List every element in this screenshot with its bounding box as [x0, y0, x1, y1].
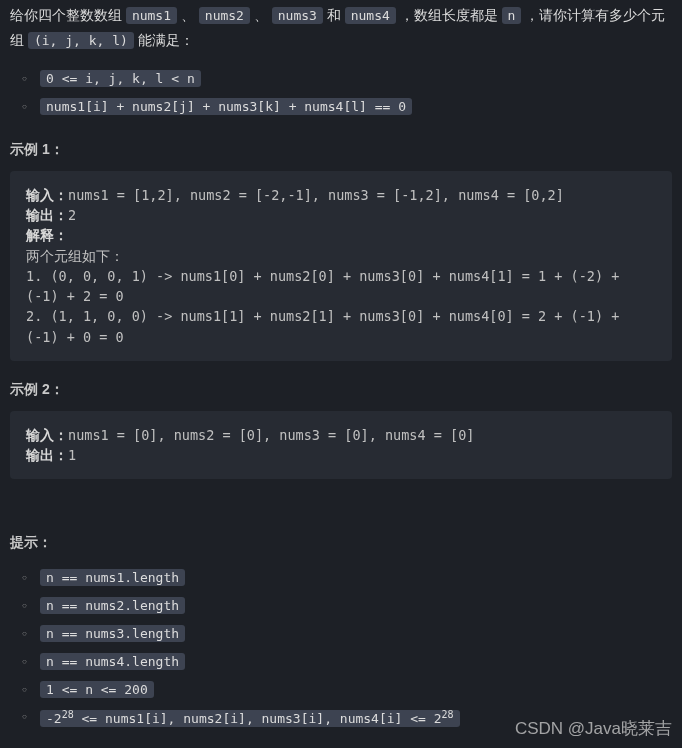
example1-title: 示例 1：: [10, 141, 672, 159]
code-nums2: nums2: [199, 7, 250, 24]
example2-block: 输入：nums1 = [0], nums2 = [0], nums3 = [0]…: [10, 411, 672, 480]
detail-line: 2. (1, 1, 0, 0) -> nums1[1] + nums2[1] +…: [26, 308, 619, 344]
output-value: 2: [68, 207, 76, 223]
output-label: 输出：: [26, 207, 68, 223]
output-label: 输出：: [26, 447, 68, 463]
list-item: nums1[i] + nums2[j] + nums3[k] + nums4[l…: [40, 93, 672, 121]
conditions-list: 0 <= i, j, k, l < n nums1[i] + nums2[j] …: [10, 65, 672, 121]
input-label: 输入：: [26, 187, 68, 203]
list-item: n == nums2.length: [40, 592, 672, 620]
code-nums3: nums3: [272, 7, 323, 24]
example1-block: 输入：nums1 = [1,2], nums2 = [-2,-1], nums3…: [10, 171, 672, 361]
input-label: 输入：: [26, 427, 68, 443]
list-item: n == nums1.length: [40, 564, 672, 592]
code-n: n: [502, 7, 522, 24]
hints-title: 提示：: [10, 534, 672, 552]
watermark: CSDN @Java晓莱吉: [515, 717, 672, 740]
input-value: nums1 = [0], nums2 = [0], nums3 = [0], n…: [68, 427, 474, 443]
explain-label: 解释：: [26, 227, 68, 243]
code-nums1: nums1: [126, 7, 177, 24]
list-item: n == nums3.length: [40, 620, 672, 648]
detail-label: 两个元组如下：: [26, 248, 124, 264]
list-item: n == nums4.length: [40, 648, 672, 676]
problem-description: 给你四个整数数组 nums1 、 nums2 、 nums3 和 nums4 ，…: [10, 3, 672, 53]
list-item: 0 <= i, j, k, l < n: [40, 65, 672, 93]
input-value: nums1 = [1,2], nums2 = [-2,-1], nums3 = …: [68, 187, 564, 203]
desc-text: 给你四个整数数组: [10, 7, 126, 23]
code-nums4: nums4: [345, 7, 396, 24]
detail-line: 1. (0, 0, 0, 1) -> nums1[0] + nums2[0] +…: [26, 268, 619, 304]
output-value: 1: [68, 447, 76, 463]
hints-list: n == nums1.length n == nums2.length n ==…: [10, 564, 672, 732]
example2-title: 示例 2：: [10, 381, 672, 399]
code-tuple: (i, j, k, l): [28, 32, 134, 49]
list-item: 1 <= n <= 200: [40, 676, 672, 704]
